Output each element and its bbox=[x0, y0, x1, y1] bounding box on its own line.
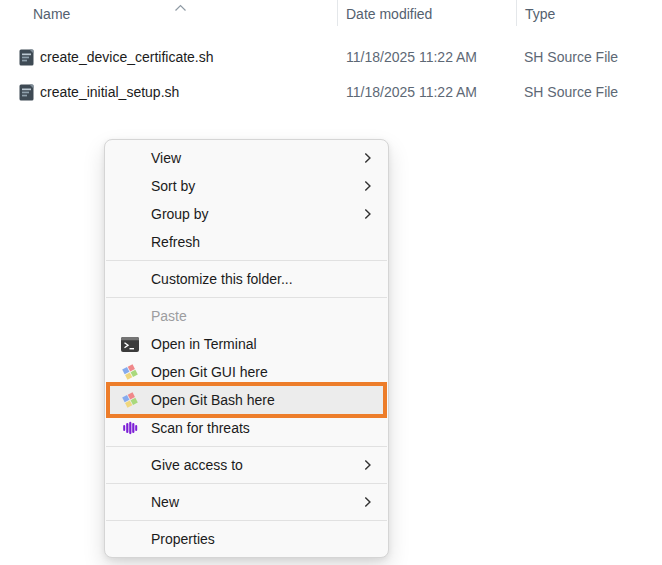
menu-item-label: Give access to bbox=[151, 457, 243, 473]
menu-item-scan-for-threats[interactable]: Scan for threats bbox=[107, 414, 386, 442]
menu-item-refresh[interactable]: Refresh bbox=[107, 228, 386, 256]
menu-item-label: View bbox=[151, 150, 181, 166]
menu-item-sort-by[interactable]: Sort by bbox=[107, 172, 386, 200]
file-name: create_device_certificate.sh bbox=[40, 49, 214, 65]
git-icon bbox=[121, 363, 139, 381]
file-explorer-page: Name Date modified Type create_device_ce… bbox=[0, 0, 662, 565]
menu-item-label: Open Git Bash here bbox=[151, 392, 275, 408]
menu-item-open-git-gui-here[interactable]: Open Git GUI here bbox=[107, 358, 386, 386]
column-header-type[interactable]: Type bbox=[525, 6, 555, 22]
git-icon bbox=[121, 391, 139, 409]
file-type: SH Source File bbox=[524, 84, 618, 100]
menu-item-label: Paste bbox=[151, 308, 187, 324]
menu-item-view[interactable]: View bbox=[107, 144, 386, 172]
menu-separator bbox=[106, 483, 387, 484]
column-header-date-modified[interactable]: Date modified bbox=[346, 6, 432, 22]
submenu-arrow-icon bbox=[362, 153, 373, 164]
submenu-arrow-icon bbox=[362, 209, 373, 220]
menu-item-customize-this-folder[interactable]: Customize this folder... bbox=[107, 265, 386, 293]
column-divider[interactable] bbox=[516, 0, 517, 26]
menu-item-group-by[interactable]: Group by bbox=[107, 200, 386, 228]
menu-item-label: Group by bbox=[151, 206, 209, 222]
menu-item-label: Open Git GUI here bbox=[151, 364, 268, 380]
file-name: create_initial_setup.sh bbox=[40, 84, 179, 100]
column-divider[interactable] bbox=[337, 0, 338, 26]
menu-item-properties[interactable]: Properties bbox=[107, 525, 386, 553]
menu-item-open-git-bash-here[interactable]: Open Git Bash here bbox=[107, 386, 386, 414]
menu-separator bbox=[106, 520, 387, 521]
sh-file-icon bbox=[19, 49, 34, 66]
file-row[interactable]: create_device_certificate.sh 11/18/2025 … bbox=[0, 47, 662, 69]
menu-separator bbox=[106, 297, 387, 298]
menu-item-label: Scan for threats bbox=[151, 420, 250, 436]
menu-separator bbox=[106, 260, 387, 261]
menu-item-paste: Paste bbox=[107, 302, 386, 330]
menu-item-label: Customize this folder... bbox=[151, 271, 293, 287]
menu-item-label: Sort by bbox=[151, 178, 195, 194]
submenu-arrow-icon bbox=[362, 497, 373, 508]
menu-item-give-access-to[interactable]: Give access to bbox=[107, 451, 386, 479]
menu-item-label: Properties bbox=[151, 531, 215, 547]
sh-file-icon bbox=[19, 84, 34, 101]
menu-item-new[interactable]: New bbox=[107, 488, 386, 516]
file-row[interactable]: create_initial_setup.sh 11/18/2025 11:22… bbox=[0, 82, 662, 104]
menu-item-label: Refresh bbox=[151, 234, 200, 250]
file-type: SH Source File bbox=[524, 49, 618, 65]
file-date-modified: 11/18/2025 11:22 AM bbox=[346, 84, 477, 100]
submenu-arrow-icon bbox=[362, 181, 373, 192]
menu-item-label: Open in Terminal bbox=[151, 336, 257, 352]
file-date-modified: 11/18/2025 11:22 AM bbox=[346, 49, 477, 65]
submenu-arrow-icon bbox=[362, 460, 373, 471]
menu-separator bbox=[106, 446, 387, 447]
threat-scan-icon bbox=[121, 419, 139, 437]
menu-item-open-in-terminal[interactable]: Open in Terminal bbox=[107, 330, 386, 358]
column-header-name[interactable]: Name bbox=[33, 6, 70, 22]
sort-ascending-caret-icon bbox=[174, 0, 187, 6]
menu-item-label: New bbox=[151, 494, 179, 510]
terminal-icon bbox=[121, 335, 139, 353]
context-menu: View Sort by Group by Refresh Customize … bbox=[104, 139, 389, 558]
